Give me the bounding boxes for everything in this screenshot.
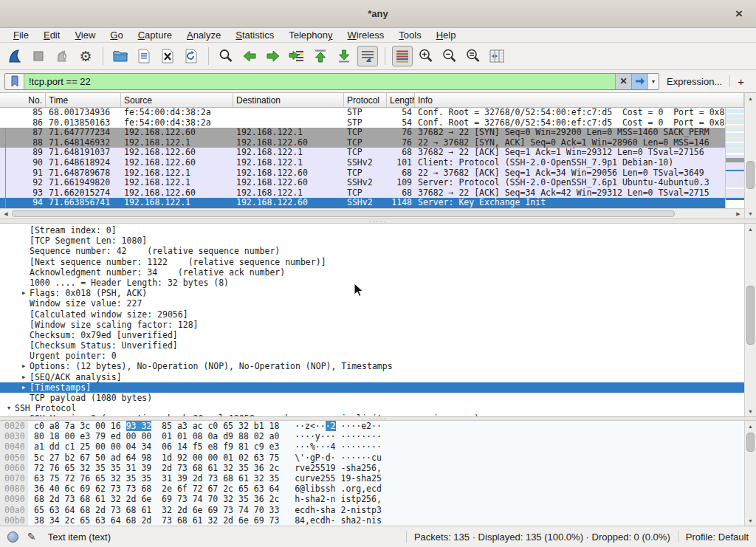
bytes-vscrollbar[interactable]: ▲ ▼ [744, 421, 756, 526]
column-header-no[interactable]: No. [0, 93, 46, 107]
column-header-source[interactable]: Source [121, 93, 233, 107]
find-packet-icon[interactable] [216, 46, 236, 66]
packet-list-hscrollbar[interactable]: ◀ ▶ [0, 208, 744, 219]
detail-line[interactable]: [Calculated window size: 29056] [0, 309, 744, 320]
packet-row-94[interactable]: 9471.663856741192.168.122.1192.168.122.6… [0, 198, 744, 208]
go-forward-icon[interactable] [263, 46, 284, 66]
hex-row-00a0[interactable]: 00a065 63 64 68 2d 73 68 61 32 2d 6e 69 … [0, 505, 744, 515]
packet-row-91[interactable]: 9171.648789678192.168.122.1192.168.122.6… [0, 168, 744, 179]
pane-splitter[interactable]: ····· [0, 219, 756, 224]
auto-scroll-icon[interactable] [357, 46, 378, 66]
detail-line[interactable]: [Next sequence number: 1122 (relative se… [0, 257, 744, 267]
expanded-arrow-icon[interactable]: ▼ [3, 403, 15, 413]
menu-item-capture[interactable]: Capture [131, 29, 179, 41]
column-header-protocol[interactable]: Protocol [344, 93, 387, 107]
detail-line[interactable]: Checksum: 0x79ed [unverified] [0, 330, 744, 340]
capture-comment-icon[interactable]: ✎ [27, 531, 36, 543]
zoom-in-icon[interactable] [416, 46, 436, 66]
hex-row-0090[interactable]: 009068 2d 73 68 61 32 2d 6e 69 73 74 70 … [0, 494, 744, 504]
hex-row-0080[interactable]: 008036 40 6c 69 62 73 73 68 2e 6f 72 67 … [0, 484, 744, 494]
detail-line[interactable]: [Stream index: 0] [0, 225, 744, 235]
scroll-left-icon[interactable]: ◀ [0, 209, 12, 219]
resize-columns-icon[interactable] [487, 46, 507, 66]
filter-dropdown-caret-icon[interactable]: ▾ [647, 74, 659, 89]
collapsed-arrow-icon[interactable]: ▶ [18, 382, 30, 393]
hex-row-0070[interactable]: 007063 75 72 76 65 32 35 35 31 39 2d 73 … [0, 473, 744, 484]
hex-row-0030[interactable]: 003080 18 00 e3 79 ed 00 00 01 01 08 0a … [0, 431, 744, 441]
column-header-time[interactable]: Time [46, 93, 121, 107]
filter-apply-icon[interactable] [631, 74, 647, 89]
packet-row-86[interactable]: 8670.013850163fe:54:00:d4:38:2aSTP54Conf… [0, 118, 744, 128]
menu-item-statistics[interactable]: Statistics [228, 29, 281, 41]
detail-line[interactable]: Sequence number: 42 (relative sequence n… [0, 246, 744, 256]
close-file-icon[interactable] [157, 46, 178, 66]
go-first-packet-icon[interactable] [310, 46, 331, 66]
column-header-destination[interactable]: Destination [233, 93, 344, 107]
detail-line[interactable]: 1000 .... = Header Length: 32 bytes (8) [0, 278, 744, 288]
column-header-length[interactable]: Length [387, 93, 415, 107]
detail-line[interactable]: [Checksum Status: Unverified] [0, 340, 744, 351]
packet-row-88[interactable]: 8871.648146932192.168.122.1192.168.122.6… [0, 138, 744, 148]
detail-line[interactable]: Window size value: 227 [0, 298, 744, 309]
restart-capture-icon[interactable] [52, 46, 72, 66]
scroll-down-icon[interactable]: ▼ [745, 515, 756, 526]
detail-line[interactable]: ▶[Timestamps] [0, 382, 744, 393]
menu-item-wireless[interactable]: Wireless [340, 29, 392, 41]
detail-line[interactable]: Urgent pointer: 0 [0, 351, 744, 361]
column-header-info[interactable]: Info [415, 93, 744, 107]
expression-button[interactable]: Expression... [659, 76, 729, 87]
hex-row-0020[interactable]: 0020c0 a8 7a 3c 00 16 93 32 85 a3 ac c0 … [0, 421, 744, 431]
hex-row-0040[interactable]: 0040a1 dd c1 25 00 00 04 34 06 14 f5 e8 … [0, 441, 744, 452]
reload-file-icon[interactable] [181, 46, 202, 66]
scroll-up-icon[interactable]: ▲ [745, 93, 756, 103]
detail-line[interactable]: [TCP Segment Len: 1080] [0, 235, 744, 246]
add-filter-button[interactable]: + [730, 75, 752, 88]
menu-item-analyze[interactable]: Analyze [179, 29, 228, 41]
start-capture-icon[interactable] [4, 46, 25, 66]
profile-text[interactable]: Profile: Default [686, 531, 749, 543]
hscroll-thumb[interactable] [12, 210, 675, 217]
vscroll-thumb[interactable] [746, 161, 755, 189]
menu-item-go[interactable]: Go [103, 29, 130, 41]
display-filter-input[interactable] [24, 74, 615, 89]
detail-line[interactable]: ▶Flags: 0x018 (PSH, ACK) [0, 288, 744, 298]
colorize-packets-icon[interactable] [392, 46, 413, 66]
detail-line[interactable]: ▶[SEQ/ACK analysis] [0, 372, 744, 382]
open-file-icon[interactable] [110, 46, 131, 66]
scroll-down-icon[interactable]: ▼ [745, 406, 756, 416]
capture-options-icon[interactable]: ⚙ [75, 46, 96, 66]
menu-item-help[interactable]: Help [429, 29, 464, 41]
menu-item-tools[interactable]: Tools [391, 29, 428, 41]
packet-row-92[interactable]: 9271.661949820192.168.122.1192.168.122.6… [0, 178, 744, 188]
menu-item-telephony[interactable]: Telephony [281, 29, 340, 41]
zoom-out-icon[interactable] [439, 46, 460, 66]
packet-row-87[interactable]: 8771.647777234192.168.122.60192.168.122.… [0, 128, 744, 138]
detail-line[interactable]: ▶Options: (12 bytes), No-Operation (NOP)… [0, 361, 744, 371]
packet-row-89[interactable]: 8971.648191037192.168.122.60192.168.122.… [0, 148, 744, 158]
menu-item-file[interactable]: File [6, 29, 36, 41]
detail-line[interactable]: ▼SSH Protocol [0, 403, 744, 413]
detail-line[interactable]: [Window size scaling factor: 128] [0, 320, 744, 330]
expert-info-icon[interactable] [7, 531, 18, 543]
details-vscrollbar[interactable]: ▲ ▼ [744, 224, 756, 416]
save-file-icon[interactable] [134, 46, 154, 66]
vscroll-thumb[interactable] [746, 286, 755, 345]
go-last-packet-icon[interactable] [334, 46, 354, 66]
go-to-packet-icon[interactable] [286, 46, 307, 66]
collapsed-arrow-icon[interactable]: ▶ [18, 361, 30, 371]
vscroll-thumb[interactable] [746, 433, 755, 452]
scroll-up-icon[interactable]: ▲ [745, 421, 756, 431]
packet-row-90[interactable]: 9071.648618924192.168.122.60192.168.122.… [0, 158, 744, 168]
menu-item-view[interactable]: View [67, 29, 103, 41]
packet-row-85[interactable]: 8568.001734936fe:54:00:d4:38:2aSTP54Conf… [0, 108, 744, 118]
detail-line[interactable]: TCP payload (1080 bytes) [0, 393, 744, 403]
collapsed-arrow-icon[interactable]: ▶ [18, 372, 30, 382]
collapsed-arrow-icon[interactable]: ▶ [18, 288, 30, 298]
go-back-icon[interactable] [239, 46, 260, 66]
detail-line[interactable]: Acknowledgment number: 34 (relative ack … [0, 267, 744, 278]
hex-row-0060[interactable]: 006072 76 65 32 35 35 31 39 2d 73 68 61 … [0, 463, 744, 473]
scroll-right-icon[interactable]: ▶ [732, 209, 744, 219]
filter-bookmark-icon[interactable] [5, 74, 24, 89]
hex-row-00b0[interactable]: 00b038 34 2c 65 63 64 68 2d 73 68 61 32 … [0, 515, 744, 526]
intelligent-scrollbar-minimap[interactable] [725, 108, 744, 208]
